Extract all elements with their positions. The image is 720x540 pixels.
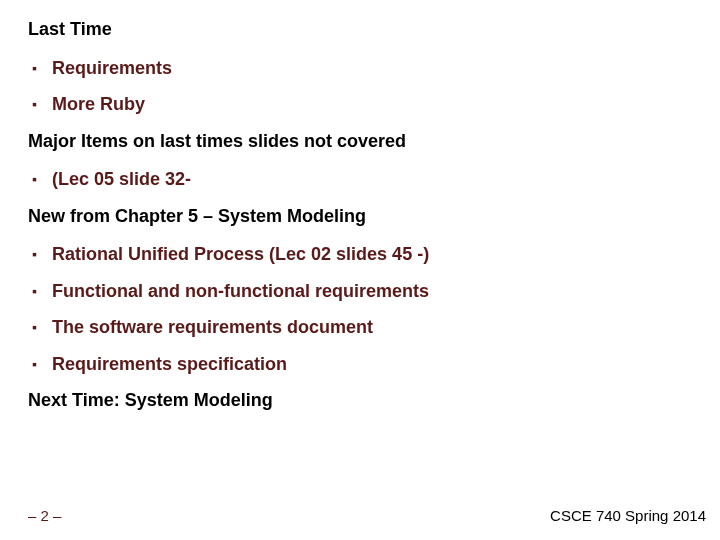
bullet-list: (Lec 05 slide 32- [28, 168, 720, 191]
section-heading: Next Time: System Modeling [28, 389, 720, 412]
slide: Last Time Requirements More Ruby Major I… [0, 0, 720, 540]
list-item: Rational Unified Process (Lec 02 slides … [28, 243, 720, 266]
bullet-list: Rational Unified Process (Lec 02 slides … [28, 243, 720, 375]
list-item: (Lec 05 slide 32- [28, 168, 720, 191]
section-heading: Major Items on last times slides not cov… [28, 130, 720, 153]
list-item: Requirements specification [28, 353, 720, 376]
list-item: The software requirements document [28, 316, 720, 339]
section-heading: Last Time [28, 18, 720, 41]
course-label: CSCE 740 Spring 2014 [550, 507, 706, 524]
bullet-list: Requirements More Ruby [28, 57, 720, 116]
list-item: Requirements [28, 57, 720, 80]
page-number: – 2 – [28, 507, 61, 524]
section-heading: New from Chapter 5 – System Modeling [28, 205, 720, 228]
list-item: More Ruby [28, 93, 720, 116]
list-item: Functional and non-functional requiremen… [28, 280, 720, 303]
